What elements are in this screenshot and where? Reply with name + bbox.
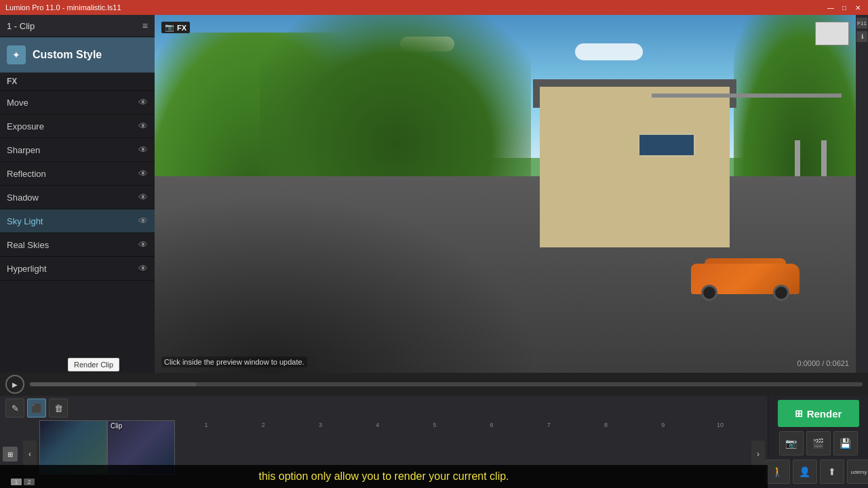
preview-thumbnail bbox=[815, 22, 849, 45]
clips-left-panel: ✎ ⬛ 🗑 ⊞ ‹ bbox=[0, 396, 768, 488]
clips-and-caption: ⊞ ‹ Clip bbox=[0, 420, 768, 488]
maximize-button[interactable]: □ bbox=[840, 3, 849, 12]
preview-viewport[interactable]: 📷 FX Click inside the preview window to … bbox=[155, 15, 856, 373]
movie-button[interactable]: 🎬 bbox=[806, 431, 831, 455]
toolbar-row: ✎ ⬛ 🗑 bbox=[0, 396, 768, 420]
eye-icon-shadow[interactable]: 👁 bbox=[138, 192, 148, 203]
app: 1 - Clip ≡ ✦ Custom Style FX Move 👁 Expo… bbox=[0, 15, 868, 488]
screenshot-button[interactable]: 📷 bbox=[779, 431, 804, 455]
ruler-10: 10 bbox=[692, 422, 749, 428]
clip-2-label: Clip bbox=[111, 422, 122, 430]
ruler-7: 7 bbox=[520, 422, 577, 428]
eye-icon-move[interactable]: 👁 bbox=[138, 97, 148, 108]
delete-button[interactable]: 🗑 bbox=[49, 399, 68, 418]
scene-icon: ⊞ bbox=[3, 447, 18, 462]
fx-badge-camera-icon: 📷 bbox=[165, 23, 174, 32]
render-button[interactable]: ⊞ Render bbox=[778, 400, 859, 427]
custom-style-section[interactable]: ✦ Custom Style bbox=[0, 37, 155, 73]
caption-bar: this option only allow you to render you… bbox=[0, 465, 768, 488]
titlebar-title: Lumion Pro 11.0 - minimalistic.ls11 bbox=[5, 3, 121, 12]
sidebar-item-real-skies-label: Real Skies bbox=[7, 240, 49, 250]
play-button[interactable]: ▶ bbox=[5, 375, 24, 394]
carport-structure bbox=[652, 94, 842, 219]
sidebar-item-sky-light[interactable]: Sky Light 👁 bbox=[0, 209, 155, 233]
eye-icon-real-skies[interactable]: 👁 bbox=[138, 239, 148, 250]
sidebar-item-move[interactable]: Move 👁 bbox=[0, 91, 155, 115]
preview-hint: Click inside the preview window to updat… bbox=[161, 357, 307, 367]
clip-header: 1 - Clip ≡ bbox=[0, 15, 155, 37]
eye-icon-reflection[interactable]: 👁 bbox=[138, 168, 148, 179]
right-side-panel: F11 ℹ bbox=[856, 15, 868, 373]
bottom-area: ▶ Render Clip ✎ ⬛ 🗑 bbox=[0, 373, 868, 488]
save-button[interactable]: 💾 bbox=[833, 431, 858, 455]
eye-icon-sky-light[interactable]: 👁 bbox=[138, 216, 148, 226]
eye-icon-hyperlight[interactable]: 👁 bbox=[138, 263, 148, 274]
sidebar-item-hyperlight[interactable]: Hyperlight 👁 bbox=[0, 257, 155, 281]
sidebar-item-shadow-label: Shadow bbox=[7, 192, 39, 203]
tree-shadow-overlay bbox=[155, 194, 540, 373]
vr-button[interactable]: 👤 bbox=[793, 460, 817, 484]
udemy-button[interactable]: udemy bbox=[847, 460, 869, 484]
timeline-progress bbox=[30, 382, 197, 386]
fx-label: FX bbox=[0, 73, 155, 91]
timestamp: 0:0000 / 0:0621 bbox=[797, 359, 849, 367]
ruler-2: 2 bbox=[235, 422, 292, 428]
page-dot-2[interactable]: 2 bbox=[24, 479, 35, 485]
render-bottom-buttons: 🚶 👤 ⬆ udemy bbox=[766, 460, 869, 484]
camera-walk-button[interactable]: 🚶 bbox=[766, 460, 790, 484]
export-button[interactable]: ⬆ bbox=[820, 460, 844, 484]
clips-prev-button[interactable]: ‹ bbox=[23, 441, 37, 468]
clips-next-button[interactable]: › bbox=[751, 441, 765, 468]
ruler-5: 5 bbox=[406, 422, 463, 428]
preview-scene bbox=[155, 15, 856, 373]
car bbox=[691, 253, 800, 301]
render-clip-tooltip: Render Clip bbox=[68, 358, 119, 371]
window-controls: — □ ✕ bbox=[826, 3, 863, 12]
custom-style-icon: ✦ bbox=[7, 45, 26, 64]
render-panel: ⊞ Render 📷 🎬 💾 🚶 👤 ⬆ udemy bbox=[768, 396, 868, 488]
timeline-bar[interactable] bbox=[30, 382, 863, 386]
sidebar-item-exposure[interactable]: Exposure 👁 bbox=[0, 115, 155, 138]
minimize-button[interactable]: — bbox=[826, 3, 835, 12]
right-panel-btn-info[interactable]: ℹ bbox=[856, 31, 867, 42]
sidebar-item-sharpen-label: Sharpen bbox=[7, 145, 40, 155]
cloud-2 bbox=[575, 43, 643, 60]
sidebar-item-sky-light-label: Sky Light bbox=[7, 216, 43, 226]
ruler-6: 6 bbox=[463, 422, 520, 428]
pencil-button[interactable]: ✎ bbox=[5, 399, 24, 418]
ruler-9: 9 bbox=[635, 422, 692, 428]
timeline-controls: ▶ Render Clip bbox=[0, 373, 868, 396]
sidebar-item-real-skies[interactable]: Real Skies 👁 bbox=[0, 233, 155, 257]
page-dot-1[interactable]: 1 bbox=[11, 479, 22, 485]
eye-icon-exposure[interactable]: 👁 bbox=[138, 121, 148, 131]
car-wheel-left bbox=[701, 285, 717, 301]
close-button[interactable]: ✕ bbox=[853, 3, 863, 12]
sidebar-item-shadow[interactable]: Shadow 👁 bbox=[0, 186, 155, 209]
render-button-label: Render bbox=[807, 408, 842, 420]
titlebar: Lumion Pro 11.0 - minimalistic.ls11 — □ … bbox=[0, 0, 868, 15]
custom-style-label: Custom Style bbox=[33, 49, 102, 61]
eye-icon-sharpen[interactable]: 👁 bbox=[138, 144, 148, 155]
clip-button[interactable]: ⬛ bbox=[27, 399, 46, 418]
ruler-4: 4 bbox=[349, 422, 406, 428]
sidebar-item-reflection-label: Reflection bbox=[7, 169, 46, 179]
ruler-1: 1 bbox=[178, 422, 235, 428]
preview-area: 📷 FX Click inside the preview window to … bbox=[155, 15, 868, 373]
main-row: 1 - Clip ≡ ✦ Custom Style FX Move 👁 Expo… bbox=[0, 15, 868, 373]
fx-badge: 📷 FX bbox=[161, 22, 190, 33]
menu-icon[interactable]: ≡ bbox=[142, 20, 148, 31]
sidebar-item-exposure-label: Exposure bbox=[7, 121, 44, 131]
ruler-3: 3 bbox=[292, 422, 349, 428]
ruler-8: 8 bbox=[577, 422, 634, 428]
sidebar-item-move-label: Move bbox=[7, 98, 28, 108]
sidebar-item-reflection[interactable]: Reflection 👁 bbox=[0, 162, 155, 186]
sidebar-item-sharpen[interactable]: Sharpen 👁 bbox=[0, 138, 155, 162]
car-wheel-right bbox=[773, 285, 789, 301]
render-sub-buttons: 📷 🎬 💾 bbox=[779, 431, 858, 455]
carport-pole-2 bbox=[795, 140, 800, 177]
fx-badge-label: FX bbox=[177, 24, 186, 32]
page-indicators: 1 2 bbox=[5, 477, 40, 487]
right-panel-btn-f11[interactable]: F11 bbox=[856, 18, 867, 28]
caption-text: this option only allow you to render you… bbox=[258, 470, 509, 482]
carport-pole-1 bbox=[821, 140, 827, 177]
